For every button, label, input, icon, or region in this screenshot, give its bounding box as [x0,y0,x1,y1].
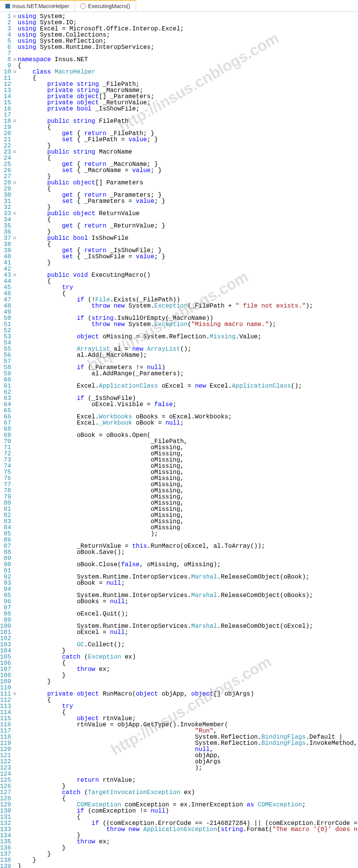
code-line[interactable]: object oMissing = System.Reflection.Miss… [18,334,358,340]
code-line[interactable]: oMissing, [18,445,358,451]
code-line[interactable]: oExcel.Quit(); [18,611,358,617]
code-line[interactable]: System.Runtime.InteropServices.Marshal.R… [18,623,358,629]
code-line[interactable]: Excel._Workbook oBook = null; [18,420,358,426]
code-line[interactable]: oMissing, [18,488,358,494]
code-line[interactable]: class MacroHelper [18,69,358,75]
code-line[interactable] [18,605,358,611]
code-line[interactable]: oBook.Save(); [18,549,358,555]
fold-toggle[interactable]: ⊟ [13,272,16,278]
code-line[interactable]: { [18,241,358,248]
code-line[interactable]: object rtnValue; [18,716,358,722]
code-line[interactable] [18,377,358,383]
code-line[interactable]: System.Reflection.BindingFlags.InvokeMet… [18,740,358,746]
fold-toggle[interactable]: ⊟ [13,57,16,63]
code-line[interactable]: try [18,703,358,709]
code-line[interactable]: Excel.Workbooks oBooks = oExcel.Workbook… [18,414,358,420]
code-line[interactable] [18,50,358,57]
code-line[interactable]: oMissing, [18,475,358,482]
code-line[interactable]: oBooks = null; [18,599,358,605]
code-line[interactable]: oBook = null; [18,580,358,586]
code-line[interactable]: } [18,174,358,180]
code-line[interactable]: { [18,709,358,716]
code-line[interactable] [18,358,358,365]
code-line[interactable]: } [18,679,358,685]
code-line[interactable]: null, [18,746,358,753]
code-line[interactable] [18,266,358,272]
code-line[interactable]: using System.Reflection; [18,38,358,44]
code-line[interactable]: public object[] Parameters [18,180,358,186]
code-line[interactable]: oMissing, [18,512,358,518]
code-line[interactable] [18,771,358,777]
code-line[interactable]: { [18,155,358,161]
code-line[interactable]: throw ex; [18,666,358,672]
tab-class[interactable]: Insus.NET.MacroHelper [0,0,75,12]
fold-toggle[interactable]: ⊟ [13,235,16,241]
code-line[interactable]: Excel.ApplicationClass oExcel = new Exce… [18,383,358,389]
code-line[interactable]: { [18,660,358,666]
code-line[interactable]: } [18,648,358,654]
code-line[interactable]: } [18,204,358,211]
code-line[interactable]: COMException comException = ex.InnerExce… [18,802,358,808]
code-line[interactable]: set { _IsShowFile = value; } [18,254,358,260]
code-line[interactable]: System.Runtime.InteropServices.Marshal.R… [18,592,358,599]
fold-toggle[interactable]: ⊟ [13,149,16,155]
code-line[interactable]: using System.IO; [18,20,358,26]
code-line[interactable]: System.Runtime.InteropServices.Marshal.R… [18,574,358,580]
code-line[interactable] [18,426,358,432]
code-line[interactable]: get { return _MacroName; } [18,161,358,167]
code-line[interactable]: private object _ReturnValue; [18,100,358,106]
code-line[interactable]: using Excel = Microsoft.Office.Interop.E… [18,26,358,32]
code-line[interactable]: GC.Collect(); [18,642,358,648]
code-line[interactable]: { [18,697,358,703]
code-line[interactable]: catch (TargetInvocationException ex) [18,789,358,796]
tab-method[interactable]: ExecutingMacro() [75,0,136,12]
code-line[interactable]: public void ExecutingMacro() [18,272,358,278]
code-line[interactable]: ArrayList al = new ArrayList(); [18,346,358,352]
code-line[interactable]: throw ex; [18,839,358,845]
code-line[interactable]: oMissing, [18,482,358,488]
code-line[interactable]: oBook = oBooks.Open( [18,432,358,438]
code-line[interactable]: System.Reflection.BindingFlags.Default | [18,734,358,740]
code-line[interactable]: return rtnValue; [18,777,358,783]
code-line[interactable]: oMissing, [18,451,358,457]
code-line[interactable] [18,389,358,395]
code-line[interactable]: } [18,863,358,868]
code-line[interactable]: { [18,186,358,192]
code-line[interactable] [18,328,358,334]
code-line[interactable]: set { _FilePath = value; } [18,137,358,143]
code-line[interactable]: } [18,229,358,235]
fold-toggle[interactable]: ⊟ [13,180,16,186]
code-line[interactable] [18,685,358,691]
fold-toggle[interactable]: ⊟ [13,69,16,75]
code-line[interactable]: oMissing [18,525,358,531]
code-line[interactable] [18,537,358,543]
code-line[interactable]: public object ReturnValue [18,211,358,217]
code-line[interactable]: set { _Parameters = value; } [18,198,358,204]
code-line[interactable]: set { _MacroName = value; } [18,167,358,174]
code-line[interactable]: oBook.Close(false, oMissing, oMissing); [18,562,358,568]
code-line[interactable]: oMissing, [18,457,358,463]
code-line[interactable]: if (string.IsNullOrEmpty(_MacroName)) [18,315,358,321]
code-line[interactable]: oMissing, [18,469,358,475]
code-line[interactable] [18,309,358,315]
code-line[interactable] [18,112,358,118]
code-line[interactable]: if (comException != null) [18,808,358,814]
code-line[interactable]: try [18,284,358,291]
code-line[interactable]: oExcel.Visible = false; [18,401,358,408]
code-line[interactable]: al.Add(_MacroName); [18,352,358,358]
code-line[interactable]: oExcel = null; [18,629,358,636]
code-line[interactable]: throw new ApplicationException(string.Fo… [18,826,358,833]
code-line[interactable]: oMissing, [18,506,358,512]
code-line[interactable]: ); [18,531,358,537]
code-line[interactable] [18,636,358,642]
code-line[interactable]: objArgs [18,759,358,765]
code-line[interactable] [18,617,358,623]
code-line[interactable]: get { return _Parameters; } [18,192,358,198]
code-line[interactable]: al.AddRange(_Parameters); [18,371,358,377]
code-line[interactable]: using System; [18,13,358,20]
code-line[interactable]: if (_Parameters != null) [18,365,358,371]
fold-toggle[interactable]: ⊟ [13,691,16,697]
code-line[interactable]: if (!File.Exists(_FilePath)) [18,297,358,303]
code-line[interactable]: rtnValue = objApp.GetType().InvokeMember… [18,722,358,728]
code-line[interactable]: { [18,124,358,130]
